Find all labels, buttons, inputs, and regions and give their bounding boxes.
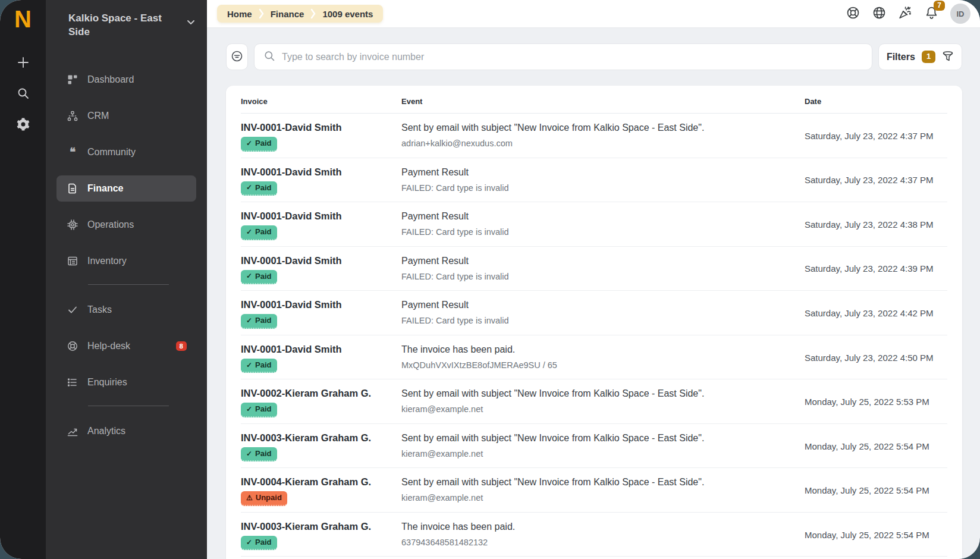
avatar[interactable]: ID [950,4,970,24]
sidebar-item-operations[interactable]: Operations [56,212,196,238]
rail-search-button[interactable] [10,81,36,107]
column-header-date: Date [805,97,947,106]
invoice-cell: INV-0001-David Smith ✓ Paid [241,253,401,285]
table-row[interactable]: INV-0003-Kieram Graham G. ✓ Paid The inv… [241,513,947,557]
status-badge[interactable]: ✓ Paid [241,359,277,373]
filters-count-badge: 1 [922,51,935,63]
event-cell: Sent by email with subject "New Invoice … [401,431,805,462]
sidebar-item-label: Tasks [87,304,112,315]
event-detail: MxQDuhVXvIXtzBE8ofJMERAe9SU / 65 [401,360,805,371]
sidebar-item-enquiries[interactable]: Enquiries [56,369,196,395]
sidebar-item-help-desk[interactable]: Help-desk8 [56,333,196,359]
status-badge[interactable]: ✓ Paid [241,225,277,240]
breadcrumb-finance[interactable]: Finance [264,9,311,19]
notifications-button[interactable]: 7 [924,5,939,22]
invoice-number: INV-0001-David Smith [241,121,401,133]
event-detail: FAILED: Card type is invalid [401,315,805,326]
sidebar-item-finance[interactable]: Finance [56,175,196,202]
toolbar: Filters 1 [226,43,962,70]
sidebar: Kalkio Space - East Side DashboardCRM❝Co… [46,0,207,559]
sidebar-item-label: Finance [87,183,123,194]
event-description: The invoice has been paid. [401,520,805,533]
table-row[interactable]: INV-0001-David Smith ✓ Paid The invoice … [241,335,947,380]
add-button[interactable] [10,50,36,76]
event-date: Saturday, July 23, 2022 4:37 PM [805,131,947,141]
breadcrumb-home[interactable]: Home [221,9,259,19]
table-row[interactable]: INV-0001-David Smith ✓ Paid Payment Resu… [241,247,947,291]
plus-icon [16,55,30,71]
status-icon: ✓ [246,184,252,191]
table-row[interactable]: INV-0002-Kieram Graham G. ✓ Paid Sent by… [241,379,947,424]
event-cell: Payment Result FAILED: Card type is inva… [401,209,805,240]
sidebar-item-analytics[interactable]: Analytics [56,418,196,444]
event-date: Monday, July 25, 2022 5:53 PM [805,397,947,407]
search-box [254,43,872,70]
invoice-cell: INV-0001-David Smith ✓ Paid [241,165,401,196]
status-badge[interactable]: ✓ Paid [241,270,277,285]
whats-new-button[interactable] [898,5,913,22]
search-input[interactable] [282,52,863,62]
status-badge[interactable]: ✓ Paid [241,181,277,196]
invoice-number: INV-0003-Kieram Graham G. [241,520,401,532]
event-description: Sent by email with subject "New Invoice … [401,387,805,400]
main-area: Home Finance 1009 events [207,0,980,559]
status-badge[interactable]: ✓ Paid [241,536,277,551]
status-badge[interactable]: ✓ Paid [241,403,277,417]
sidebar-item-crm[interactable]: CRM [56,103,196,129]
notifications-count-badge: 7 [934,1,945,11]
event-date: Saturday, July 23, 2022 4:39 PM [805,263,947,274]
invoice-cell: INV-0001-David Smith ✓ Paid [241,120,401,152]
nexudus-logo[interactable]: N [14,5,32,33]
table-row[interactable]: INV-0003-Kieram Graham G. ✓ Paid Sent by… [241,424,947,469]
event-detail: kieram@example.net [401,448,805,460]
lifebuoy-icon [846,5,860,22]
language-button[interactable] [872,5,887,22]
status-icon: ⚠ [246,494,253,501]
filters-button[interactable]: Filters 1 [878,43,962,70]
table-row[interactable]: INV-0001-David Smith ✓ Paid Payment Resu… [241,158,947,203]
globe-icon [872,5,887,22]
invoice-cell: INV-0003-Kieram Graham G. ✓ Paid [241,431,401,462]
sidebar-item-community[interactable]: ❝Community [56,139,196,165]
rail-settings-button[interactable] [10,112,36,138]
workspace-switcher[interactable]: Kalkio Space - East Side [56,12,196,39]
status-icon: ✓ [246,140,252,147]
invoice-number: INV-0003-Kieram Graham G. [241,432,401,444]
event-cell: Payment Result FAILED: Card type is inva… [401,253,805,285]
table-row[interactable]: INV-0001-David Smith ✓ Paid Payment Resu… [241,291,947,335]
status-icon: ✓ [246,228,252,235]
event-description: Sent by email with subject "New Invoice … [401,432,805,444]
search-icon [17,87,30,102]
event-date: Monday, July 25, 2022 5:54 PM [805,530,947,540]
sidebar-item-dashboard[interactable]: Dashboard [56,67,196,93]
funnel-icon [942,50,954,64]
status-badge[interactable]: ✓ Paid [241,447,277,462]
sidebar-item-inventory[interactable]: Inventory [56,248,196,274]
table-header: Invoice Event Date [241,86,947,114]
status-badge[interactable]: ✓ Paid [241,137,277,152]
event-cell: Sent by email with subject "New Invoice … [401,386,805,417]
status-badge[interactable]: ⚠ Unpaid [241,491,287,506]
topbar: Home Finance 1009 events [207,0,980,28]
trend-chart-icon [66,425,79,437]
table-row[interactable]: INV-0001-David Smith ✓ Paid Sent by emai… [241,114,947,158]
chevron-right-icon [259,8,264,19]
app-window: N Kalkio Space - East Side DashboardCRM❝… [0,0,980,559]
event-date: Saturday, July 23, 2022 4:50 PM [805,353,947,363]
invoice-cell: INV-0001-David Smith ✓ Paid [241,342,401,373]
event-detail: FAILED: Card type is invalid [401,271,805,282]
sidebar-item-tasks[interactable]: Tasks [56,297,196,323]
event-detail: FAILED: Card type is invalid [401,183,805,194]
invoice-document-icon [66,183,79,194]
table-row[interactable]: INV-0004-Kieram Graham G. ⚠ Unpaid Sent … [241,468,947,513]
workspace-name: Kalkio Space - East Side [68,12,169,39]
event-description: Payment Result [401,299,805,311]
status-badge[interactable]: ✓ Paid [241,314,277,329]
help-button[interactable] [846,5,860,22]
bulleted-list-icon [66,376,79,388]
chevron-down-icon [186,17,196,30]
display-options-button[interactable] [226,43,248,70]
table-row[interactable]: INV-0001-David Smith ✓ Paid Payment Resu… [241,202,947,247]
event-description: Payment Result [401,210,805,222]
sidebar-item-label: Operations [87,219,134,230]
